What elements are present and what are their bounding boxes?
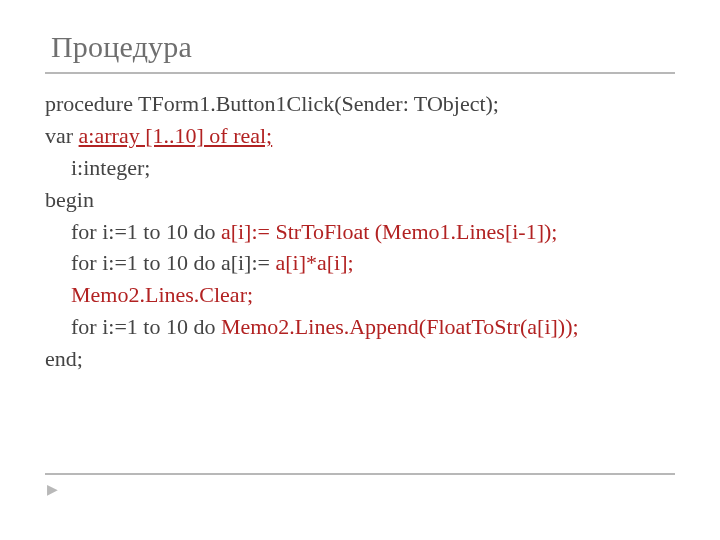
code-text: for i:=1 to 10 do a[i]:= [71,250,275,275]
code-highlight: a:array [1..10] of real; [79,123,273,148]
slide-title: Процедура [45,30,675,72]
slide-footer: ▶ [45,473,675,498]
code-highlight: a[i]:= StrToFloat (Memo1.Lines[i-1]); [221,219,558,244]
code-line: for i:=1 to 10 do Memo2.Lines.Append(Flo… [45,311,675,343]
code-highlight: Memo2.Lines.Append(FloatToStr(a[i])); [221,314,579,339]
code-line: for i:=1 to 10 do a[i]:= a[i]*a[i]; [45,247,675,279]
divider-bottom [45,473,675,475]
slide: Процедура procedure TForm1.Button1Click(… [0,0,720,540]
code-line: var a:array [1..10] of real; [45,120,675,152]
code-line: i:integer; [45,152,675,184]
code-body: procedure TForm1.Button1Click(Sender: TO… [45,88,675,375]
code-highlight: a[i]*a[i]; [275,250,353,275]
code-highlight: Memo2.Lines.Clear; [71,282,253,307]
code-text: for i:=1 to 10 do [71,219,221,244]
title-block: Процедура [45,30,675,74]
code-line: begin [45,184,675,216]
code-line: for i:=1 to 10 do a[i]:= StrToFloat (Mem… [45,216,675,248]
code-line: end; [45,343,675,375]
bullet-icon: ▶ [45,481,675,498]
code-line: procedure TForm1.Button1Click(Sender: TO… [45,88,675,120]
code-line: Memo2.Lines.Clear; [45,279,675,311]
code-text: var [45,123,79,148]
code-text: for i:=1 to 10 do [71,314,221,339]
divider-top [45,72,675,74]
